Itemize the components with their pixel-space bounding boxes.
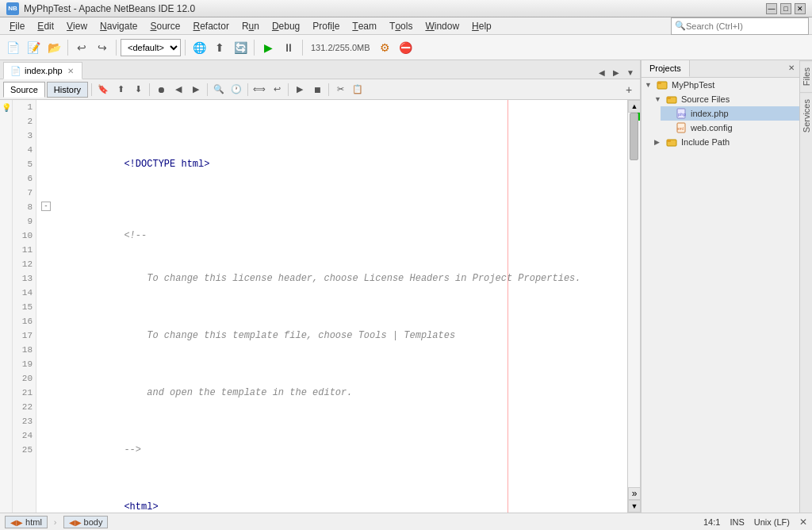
code-line-2[interactable]: - <!-- (40, 200, 627, 214)
next-error-button[interactable]: ▶ (188, 82, 204, 98)
include-path-label: Include Path (681, 137, 730, 147)
profile-button[interactable]: ⛔ (396, 38, 416, 57)
forward-button[interactable]: ⬆ (210, 38, 229, 57)
scroll-expand-button[interactable]: » (628, 487, 640, 500)
index-php-label: index.php (691, 109, 729, 118)
next-bookmark-button[interactable]: ⬇ (130, 82, 146, 98)
stop-macro-button[interactable]: ⏹ (309, 82, 325, 98)
gutter-3 (0, 143, 12, 157)
menu-debug[interactable]: Debug (266, 17, 306, 34)
close-button[interactable]: ✕ (795, 3, 806, 14)
menu-refactor[interactable]: Refactor (187, 17, 236, 34)
files-panel-tab[interactable]: Files (800, 60, 813, 92)
breadcrumb-html[interactable]: ◀▶ html (5, 516, 48, 528)
menu-help[interactable]: Help (465, 17, 498, 34)
cut-button[interactable]: ✂ (332, 82, 348, 98)
project-icon (656, 79, 668, 90)
vertical-scrollbar[interactable]: ▲ » ▼ (627, 100, 640, 513)
toggle-breakpoint-button[interactable]: ⏺ (153, 82, 169, 98)
config-dropdown[interactable]: <default> (121, 39, 181, 56)
code-line-3[interactable]: To change this license header, choose Li… (40, 257, 627, 271)
pause-button[interactable]: ⏸ (279, 38, 298, 57)
gutter-19 (0, 371, 12, 386)
tree-project[interactable]: ▼ MyPhpTest (642, 78, 799, 92)
menu-navigate[interactable]: Navigate (94, 17, 144, 34)
linenum-13: 13 (13, 271, 33, 286)
reload-button[interactable]: 🔄 (231, 38, 250, 57)
tab-left-button[interactable]: ◀ (596, 66, 608, 79)
run-button[interactable]: ▶ (259, 38, 278, 57)
linenum-25: 25 (13, 443, 33, 457)
linenum-8: 8 (13, 200, 33, 214)
projects-tab[interactable]: Projects (642, 60, 690, 77)
gutter-8 (0, 214, 12, 229)
tree-index-php[interactable]: php index.php (661, 106, 799, 121)
menu-profile[interactable]: Profile (306, 17, 346, 34)
line-numbers: 1 2 3 4 5 6 7 8 9 10 11 12 13 14 15 16 1… (13, 100, 36, 513)
code-line-5[interactable]: and open the template in the editor. (40, 371, 627, 386)
redo-button[interactable]: ↪ (93, 38, 112, 57)
code-area[interactable]: 💡 (0, 100, 640, 513)
find-button[interactable]: 🔍 (211, 82, 227, 98)
code-line-1[interactable]: <!DOCTYPE html> (40, 143, 627, 157)
menu-source[interactable]: Source (144, 17, 186, 34)
window-title: MyPhpTest - Apache NetBeans IDE 12.0 (24, 3, 195, 14)
scroll-thumb[interactable] (630, 113, 638, 160)
tree-source-files[interactable]: ▼ Source Files (651, 92, 799, 106)
scroll-down-button[interactable]: ▼ (628, 500, 640, 513)
fold-icon-2[interactable]: - (41, 202, 51, 211)
expand-icon-2: ▼ (654, 95, 662, 103)
memory-indicator: 131.2/255.0MB (307, 38, 374, 57)
search-input[interactable] (686, 21, 805, 31)
scroll-track[interactable] (628, 113, 640, 487)
breadcrumb-body[interactable]: ◀▶ body (63, 516, 109, 528)
maximize-button[interactable]: □ (780, 3, 791, 14)
paste-button[interactable]: 📋 (350, 82, 366, 98)
tab-nav-buttons[interactable]: ◀ ▶ ▼ (596, 66, 637, 79)
open-project-button[interactable]: 📂 (44, 38, 63, 57)
menu-file[interactable]: File (3, 17, 31, 34)
minimize-button[interactable]: — (766, 3, 777, 14)
new-project-button[interactable]: 📄 (3, 38, 22, 57)
source-button[interactable]: Source (3, 82, 45, 98)
search-box[interactable]: 🔍 (671, 17, 809, 35)
menu-tools[interactable]: Tools (383, 17, 419, 34)
statusbar-close[interactable]: ✕ (799, 517, 807, 528)
tab-right-button[interactable]: ▶ (610, 66, 622, 79)
gutter-12 (0, 271, 12, 286)
menu-team[interactable]: Team (346, 17, 383, 34)
code-line-6[interactable]: --> (40, 428, 627, 443)
code-content[interactable]: <!DOCTYPE html> - <!-- To change this li… (36, 100, 627, 513)
titlebar-left: NB MyPhpTest - Apache NetBeans IDE 12.0 (6, 2, 195, 15)
new-file-button[interactable]: 📝 (24, 38, 43, 57)
prev-bookmark-button[interactable]: ⬆ (113, 82, 128, 98)
toggle-bookmark-button[interactable]: 🔖 (95, 82, 111, 98)
tree-include-path[interactable]: ▶ Include Path (651, 135, 799, 149)
menu-run[interactable]: Run (236, 17, 266, 34)
run-macro-button[interactable]: ▶ (292, 82, 308, 98)
back-button[interactable]: 🌐 (190, 38, 209, 57)
menu-edit[interactable]: Edit (31, 17, 60, 34)
menu-window[interactable]: Window (419, 17, 465, 34)
editor-tab-index-php[interactable]: 📄 index.php ✕ (3, 62, 82, 79)
prev-error-button[interactable]: ◀ (170, 82, 186, 98)
revert-button[interactable]: ↩ (269, 82, 285, 98)
menu-view[interactable]: View (60, 17, 94, 34)
gutter-18 (0, 357, 12, 371)
history-btn2[interactable]: 🕐 (228, 82, 244, 98)
services-panel-tab[interactable]: Services (800, 92, 813, 139)
sidebar-close-button[interactable]: ✕ (783, 60, 799, 77)
code-line-4[interactable]: To change this template file, choose Too… (40, 314, 627, 328)
code-line-7[interactable]: <html> (40, 486, 627, 500)
tab-menu-button[interactable]: ▼ (624, 66, 637, 79)
window-controls[interactable]: — □ ✕ (766, 3, 806, 14)
undo-button[interactable]: ↩ (72, 38, 91, 57)
add-editor-button[interactable]: + (621, 82, 637, 98)
diff-button[interactable]: ⟺ (251, 82, 267, 98)
history-button[interactable]: History (47, 82, 88, 98)
gc-button[interactable]: ⚙ (376, 38, 395, 57)
tree-web-config[interactable]: xml web.config (661, 121, 799, 135)
tab-close-button[interactable]: ✕ (67, 67, 74, 75)
linenum-7: 7 (13, 186, 33, 200)
scroll-up-button[interactable]: ▲ (628, 100, 640, 113)
